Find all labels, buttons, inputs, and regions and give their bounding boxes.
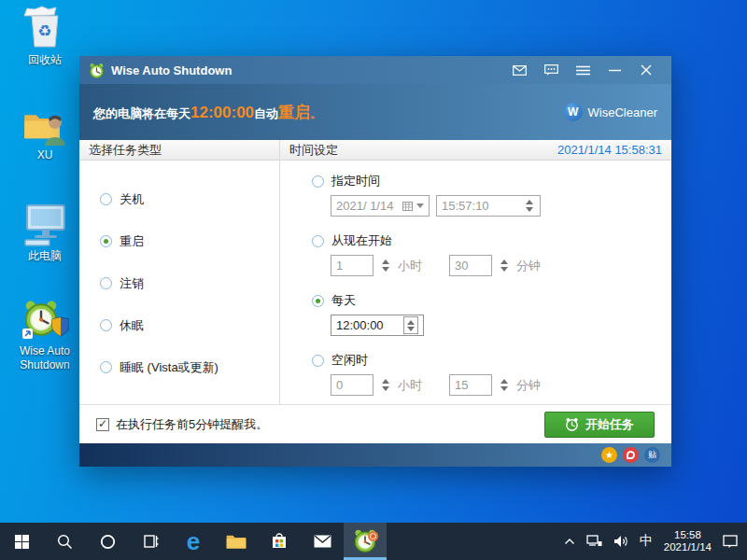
weibo-icon[interactable] xyxy=(623,447,639,463)
window-content: 选择任务类型 关机 重启 注销 xyxy=(79,140,671,404)
close-button[interactable] xyxy=(630,56,662,84)
taskbar: e xyxy=(0,523,747,560)
desktop-icon-recycle-bin[interactable]: ♻ 回收站 xyxy=(9,6,80,67)
cortana-button[interactable] xyxy=(86,523,129,560)
desktop-icon-label: 此电脑 xyxy=(9,249,80,263)
task-option-restart[interactable]: 重启 xyxy=(100,220,279,262)
radio-icon xyxy=(100,361,112,373)
feedback-icon[interactable] xyxy=(535,56,567,84)
store-icon xyxy=(271,533,288,550)
radio-icon xyxy=(100,235,112,247)
radio-icon xyxy=(100,319,112,331)
checkbox-icon xyxy=(96,418,109,431)
rate-star-icon[interactable]: ★ xyxy=(601,447,617,463)
banner-text: 您的电脑将在每天 xyxy=(93,105,190,122)
window-statusbar: ★ 贴 xyxy=(79,443,671,467)
svg-text:♻: ♻ xyxy=(37,22,51,40)
mail-app-icon xyxy=(314,535,331,548)
option-on-idle[interactable]: 空闲时 xyxy=(312,352,671,369)
reminder-checkbox-row[interactable]: 在执行任务前5分钟提醒我。 xyxy=(96,416,268,433)
hours-value: 1 xyxy=(336,259,343,273)
start-task-button[interactable]: 开始任务 xyxy=(544,412,655,438)
tray-date: 2021/1/14 xyxy=(664,541,712,553)
spinner-arrows[interactable] xyxy=(524,200,535,212)
start-task-label: 开始任务 xyxy=(585,416,634,433)
hours-input[interactable]: 1 xyxy=(331,255,374,276)
windows-logo-icon xyxy=(15,535,29,549)
banner-text: 自动 xyxy=(254,105,278,122)
option-from-now[interactable]: 从现在开始 xyxy=(312,232,671,249)
daily-time-value: 12:00:00 xyxy=(336,318,384,332)
specified-time-spinner[interactable]: 15:57:10 xyxy=(436,195,541,217)
idle-section: 空闲时 0 小时 15 分钟 xyxy=(312,352,671,396)
minutes-value: 15 xyxy=(455,378,468,392)
minutes-input[interactable]: 30 xyxy=(449,255,492,276)
desktop-icon-label: XU xyxy=(9,148,80,162)
banner-text: 。 xyxy=(310,105,322,122)
option-daily[interactable]: 每天 xyxy=(312,292,671,309)
this-pc-icon xyxy=(21,203,68,246)
wisecleaner-brand-name: WiseCleaner xyxy=(588,105,657,119)
hours-value: 0 xyxy=(336,378,343,392)
idle-minutes-input[interactable]: 15 xyxy=(449,374,492,396)
task-option-label: 注销 xyxy=(120,275,144,292)
tray-clock[interactable]: 15:58 2021/1/14 xyxy=(664,529,712,554)
task-option-hibernate[interactable]: 休眠 xyxy=(100,304,279,346)
time-value: 15:57:10 xyxy=(442,199,489,213)
desktop-icon-wise-auto-shutdown[interactable]: Wise Auto Shutdown xyxy=(9,297,80,372)
desktop: ♻ 回收站 XU 此电脑 Wise Auto Shutdow xyxy=(0,0,747,523)
wise-auto-shutdown-taskbar-button[interactable] xyxy=(344,523,387,560)
task-option-logoff[interactable]: 注销 xyxy=(100,262,279,304)
window-title: Wise Auto Shutdown xyxy=(111,63,232,77)
date-value: 2021/ 1/14 xyxy=(336,199,393,213)
start-button[interactable] xyxy=(0,523,43,560)
minutes-value: 30 xyxy=(455,259,468,273)
tray-chevron-icon[interactable] xyxy=(564,538,575,545)
hours-unit: 小时 xyxy=(398,258,422,274)
ime-indicator[interactable]: 中 xyxy=(640,533,653,550)
wisecleaner-logo-icon: W xyxy=(564,103,583,121)
recycle-bin-icon: ♻ xyxy=(22,6,67,50)
banner-time: 12:00:00 xyxy=(190,104,254,122)
spinner-arrows[interactable] xyxy=(499,379,510,391)
tieba-icon[interactable]: 贴 xyxy=(644,447,660,463)
menu-icon[interactable] xyxy=(567,56,599,84)
option-specified-time[interactable]: 指定时间 xyxy=(312,173,671,189)
task-view-button[interactable] xyxy=(129,523,172,560)
action-center-icon[interactable] xyxy=(723,535,738,549)
network-icon[interactable] xyxy=(586,535,602,548)
time-setting-panel: 时间设定 2021/1/14 15:58:31 指定时间 2021/ 1/14 xyxy=(280,140,671,404)
minimize-button[interactable] xyxy=(599,56,630,84)
window-footer: 在执行任务前5分钟提醒我。 开始任务 xyxy=(79,404,671,443)
daily-time-spinner[interactable]: 12:00:00 xyxy=(331,315,424,336)
file-explorer-button[interactable] xyxy=(215,523,258,560)
wise-auto-shutdown-window: Wise Auto Shutdown xyxy=(79,56,671,467)
radio-icon xyxy=(100,193,112,205)
task-option-shutdown[interactable]: 关机 xyxy=(100,178,279,220)
search-icon xyxy=(57,534,73,550)
radio-icon xyxy=(312,355,324,367)
task-type-panel: 选择任务类型 关机 重启 注销 xyxy=(79,140,280,404)
edge-button[interactable]: e xyxy=(172,523,215,560)
tray-time: 15:58 xyxy=(674,529,701,540)
desktop-icon-xu-folder[interactable]: XU xyxy=(9,105,80,162)
spinner-arrows[interactable] xyxy=(499,259,510,272)
current-datetime: 2021/1/14 15:58:31 xyxy=(557,143,662,157)
volume-icon[interactable] xyxy=(613,535,628,548)
reminder-label: 在执行任务前5分钟提醒我。 xyxy=(116,416,268,433)
task-option-label: 睡眠 (Vista或更新) xyxy=(120,359,218,376)
power-badge-icon xyxy=(368,531,378,541)
mail-button[interactable] xyxy=(301,523,344,560)
date-picker[interactable]: 2021/ 1/14 xyxy=(331,195,430,217)
desktop-icon-this-pc[interactable]: 此电脑 xyxy=(9,203,80,263)
idle-hours-input[interactable]: 0 xyxy=(331,374,374,396)
task-option-sleep[interactable]: 睡眠 (Vista或更新) xyxy=(100,346,279,388)
window-titlebar: Wise Auto Shutdown xyxy=(79,56,671,84)
mail-icon[interactable] xyxy=(503,56,535,84)
store-button[interactable] xyxy=(258,523,301,560)
spinner-arrows[interactable] xyxy=(380,379,391,391)
spinner-arrows[interactable] xyxy=(403,316,418,334)
wisecleaner-brand-link[interactable]: W WiseCleaner xyxy=(564,103,657,121)
spinner-arrows[interactable] xyxy=(380,259,391,272)
search-button[interactable] xyxy=(43,523,86,560)
